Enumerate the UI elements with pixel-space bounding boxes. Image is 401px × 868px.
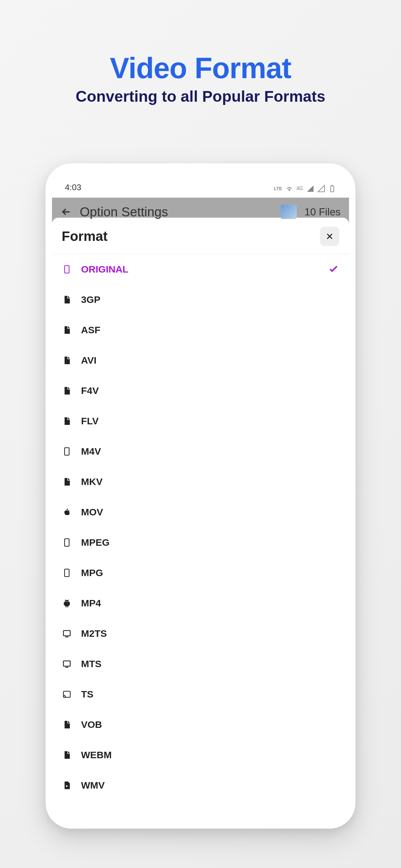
- format-item-mts[interactable]: MTS: [62, 649, 339, 679]
- format-item-mpeg[interactable]: MPEG: [62, 527, 339, 558]
- format-label: FLV: [81, 415, 339, 427]
- header-thumbnail[interactable]: [281, 205, 297, 219]
- format-label: ORIGINAL: [81, 264, 319, 275]
- status-bar: 4:03 LTE 4G: [52, 176, 349, 194]
- format-item-original[interactable]: ORIGINAL: [62, 254, 339, 284]
- android-icon: [62, 598, 72, 609]
- format-list[interactable]: ORIGINAL3GPASFAVIF4VFLVM4VMKVMOVMPEGMPGM…: [52, 254, 349, 801]
- format-label: VOB: [81, 719, 339, 730]
- format-item-asf[interactable]: ASF: [62, 315, 339, 345]
- format-label: WMV: [81, 780, 339, 791]
- format-label: MPEG: [81, 537, 339, 548]
- file-avi-icon: [62, 355, 72, 366]
- sheet-title: Format: [62, 228, 107, 244]
- format-label: MP4: [81, 598, 339, 609]
- files-count: 10 Files: [305, 206, 341, 218]
- file-3gp-icon: [62, 294, 72, 305]
- format-item-vob[interactable]: VOB: [62, 709, 339, 740]
- file-mkv-icon: [62, 476, 72, 487]
- format-label: WEBM: [81, 749, 339, 761]
- wifi-icon: [285, 185, 293, 192]
- format-item-mp4[interactable]: MP4: [62, 588, 339, 618]
- close-icon: [325, 231, 335, 241]
- check-icon: [328, 263, 339, 276]
- close-button[interactable]: [320, 227, 339, 246]
- file-asf-icon: [62, 325, 72, 335]
- format-label: ASF: [81, 324, 339, 336]
- format-sheet: Format ORIGINAL3GPASFAVIF4VFLVM4VMKVMOVM…: [52, 218, 349, 822]
- format-label: MPG: [81, 567, 339, 578]
- format-item-webm[interactable]: WEBM: [62, 740, 339, 770]
- format-item-m2ts[interactable]: M2TS: [62, 618, 339, 649]
- format-label: M4V: [81, 446, 339, 457]
- header-title: Option Settings: [80, 205, 273, 219]
- format-label: F4V: [81, 385, 339, 396]
- format-label: MTS: [81, 658, 339, 670]
- signal-icon-2: [317, 185, 325, 192]
- file-play-icon: [62, 780, 72, 790]
- format-item-f4v[interactable]: F4V: [62, 376, 339, 406]
- file-flv-icon: [62, 416, 72, 426]
- network-4g-icon: 4G: [297, 186, 303, 191]
- format-item-avi[interactable]: AVI: [62, 345, 339, 376]
- format-item-flv[interactable]: FLV: [62, 406, 339, 436]
- format-label: M2TS: [81, 628, 339, 639]
- format-item-mkv[interactable]: MKV: [62, 467, 339, 497]
- cast-icon: [62, 689, 72, 700]
- phone-frame: 4:03 LTE 4G Option Settings 10 Files For…: [45, 163, 356, 829]
- format-item-wmv[interactable]: WMV: [62, 770, 339, 801]
- phone-icon: [62, 568, 72, 578]
- back-icon[interactable]: [60, 206, 72, 218]
- format-label: AVI: [81, 355, 339, 366]
- promo-title: Video Format: [0, 52, 401, 85]
- lte-icon: LTE: [274, 186, 282, 191]
- format-item-ts[interactable]: TS: [62, 679, 339, 709]
- svg-rect-0: [331, 186, 334, 192]
- battery-icon: [328, 185, 336, 192]
- format-item-m4v[interactable]: M4V: [62, 436, 339, 467]
- phone-icon: [62, 446, 72, 457]
- phone-screen: 4:03 LTE 4G Option Settings 10 Files For…: [52, 170, 349, 822]
- status-right: LTE 4G: [274, 185, 336, 192]
- sheet-header: Format: [52, 218, 349, 254]
- format-label: TS: [81, 689, 339, 700]
- format-item-3gp[interactable]: 3GP: [62, 284, 339, 315]
- format-label: MKV: [81, 476, 339, 487]
- monitor-icon: [62, 659, 72, 669]
- file-vob-icon: [62, 719, 72, 730]
- promo-subtitle: Converting to all Popular Formats: [0, 88, 401, 105]
- phone-icon: [62, 537, 72, 548]
- format-item-mov[interactable]: MOV: [62, 497, 339, 527]
- signal-icon: [306, 185, 314, 192]
- monitor-icon: [62, 628, 72, 639]
- file-webm-icon: [62, 750, 72, 760]
- status-time: 4:03: [65, 182, 81, 192]
- phone-icon: [62, 264, 72, 275]
- format-label: 3GP: [81, 294, 339, 305]
- format-label: MOV: [81, 507, 339, 518]
- apple-icon: [62, 507, 72, 517]
- file-f4v-icon: [62, 385, 72, 396]
- format-item-mpg[interactable]: MPG: [62, 558, 339, 588]
